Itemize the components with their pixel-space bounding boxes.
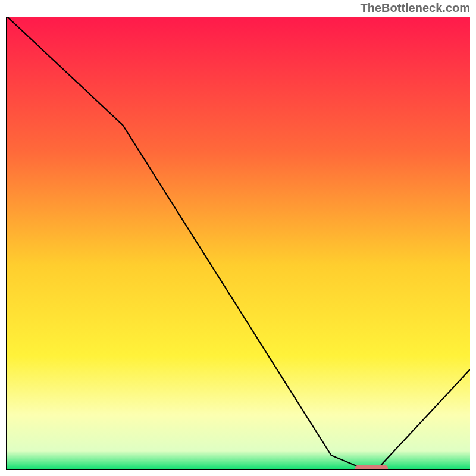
watermark-text: TheBottleneck.com	[361, 1, 470, 15]
bottleneck-curve	[7, 17, 470, 469]
plot-area	[6, 17, 470, 470]
optimal-marker	[355, 465, 388, 470]
bottleneck-chart: TheBottleneck.com	[0, 0, 476, 476]
